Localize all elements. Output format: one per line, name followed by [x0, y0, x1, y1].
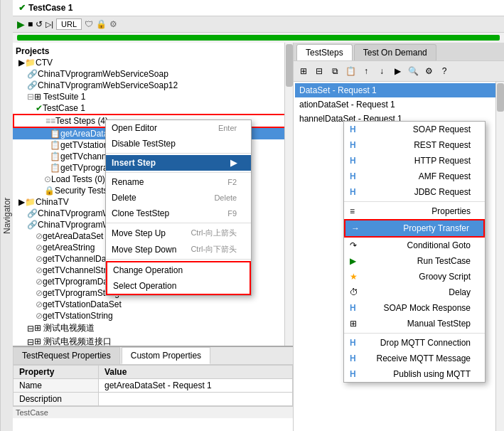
insert-step-label: Insert Step [112, 158, 156, 168]
menu-insert-step[interactable]: Insert Step ▶ [106, 155, 251, 171]
rename-shortcut: F2 [227, 178, 237, 186]
right-scrollbar[interactable] [495, 82, 504, 431]
submenu-conditional-goto[interactable]: ↷ Conditional Goto [344, 238, 485, 253]
tab-testondemand[interactable]: Test On Demand [354, 44, 436, 60]
menu-move-up[interactable]: Move Step Up Ctrl-向上箭头 [106, 225, 251, 241]
testcase1-label: TestCase 1 [43, 103, 85, 113]
soap-mock-icon: H [350, 303, 356, 313]
folder-expand-icon: ▶ [18, 58, 25, 68]
submenu-properties[interactable]: ≡ Properties [344, 203, 485, 219]
delay-icon: ⏱ [350, 287, 358, 297]
loadtests-icon: ⊙ [44, 174, 51, 184]
receive-mqtt-icon: H [350, 353, 356, 363]
tree-scrollbar[interactable] [284, 43, 293, 346]
copy-step-btn[interactable]: ⧉ [328, 64, 342, 78]
navigator-label: Navigator [2, 197, 12, 233]
tab-test-request-props[interactable]: TestRequest Properties [13, 347, 120, 364]
select-op-label: Select Operation [113, 281, 176, 291]
ctv-label: CTV [36, 58, 53, 68]
loadtests-label: Load Tests (0) [51, 174, 105, 184]
tree-item-soap1[interactable]: 🔗 ChinaTVprogramWebServiceSoap [13, 68, 293, 80]
menu-select-op[interactable]: Select Operation [107, 278, 250, 294]
publish-mqtt-icon: H [350, 369, 356, 379]
testcase1-check-icon: ✔ [36, 103, 43, 113]
method4-icon: ⊘ [36, 265, 43, 275]
drop-mqtt-label: Drop MQTT Connection [380, 338, 471, 348]
menu-sep1 [106, 153, 251, 154]
add-step-btn[interactable]: ⊞ [296, 64, 311, 78]
submenu-property-transfer[interactable]: → Property Transfer [344, 219, 485, 238]
remove-step-btn[interactable]: ⊟ [312, 64, 326, 78]
tree-item-soap2[interactable]: 🔗 ChinaTVprogramWebServiceSoap12 [13, 80, 293, 91]
help-btn[interactable]: ? [437, 64, 451, 78]
tree-item-suite1[interactable]: ⊟ ⊞ TestSuite 1 [13, 91, 293, 102]
refresh-btn[interactable]: ↺ [36, 19, 43, 29]
submenu-manual-teststep[interactable]: ⊞ Manual TestStep [344, 316, 485, 331]
submenu-http-request[interactable]: H HTTP Request [344, 153, 485, 169]
req1-label: DataSet - Request 1 [299, 85, 377, 95]
testcase-title-bar: ✔ TestCase 1 [13, 0, 504, 16]
tree-scrollbar-thumb[interactable] [286, 44, 293, 87]
tree-item-chsuite1[interactable]: ⊟ ⊞ 测试电视频道 [13, 321, 293, 335]
tree-item-chsuite2[interactable]: ⊟ ⊞ 测试电视频道接口 [13, 335, 293, 346]
submenu-delay[interactable]: ⏱ Delay [344, 284, 485, 300]
move-up-btn[interactable]: ↑ [359, 64, 373, 78]
submenu-run-testcase[interactable]: ▶ Run TestCase [344, 253, 485, 269]
ctv-icon: 📁 [25, 58, 36, 68]
stop-btn[interactable]: ■ [28, 19, 33, 29]
submenu-soap-mock[interactable]: H SOAP Mock Response [344, 300, 485, 316]
menu-sep2 [106, 172, 251, 173]
menu-clone[interactable]: Clone TestStep F9 [106, 206, 251, 221]
submenu[interactable]: H SOAP Request H REST Request H HTTP Req… [343, 121, 486, 383]
play-btn[interactable]: ▶ [17, 18, 25, 30]
chinatvsoap1-icon: 🔗 [27, 208, 38, 218]
teststeps-icon: ≡≡ [45, 116, 55, 126]
menu-delete[interactable]: Delete Delete [106, 190, 251, 206]
table-row: Name getAreaDataSet - Request 1 [14, 379, 293, 393]
url-label: URL [56, 18, 82, 30]
disable-label: Disable TestStep [112, 139, 176, 149]
gear-icon[interactable]: ⚙ [109, 19, 117, 29]
request-item-1[interactable]: DataSet - Request 1 [295, 83, 503, 97]
tree-item-gettvstationdata[interactable]: ⊘ getTVstationDataSet [13, 299, 293, 310]
properties-table: Property Value Name getAreaDataSet - Req… [13, 365, 293, 406]
col-value: Value [99, 366, 293, 379]
submenu-receive-mqtt[interactable]: H Receive MQTT Message [344, 351, 485, 366]
menu-disable[interactable]: Disable TestStep [106, 136, 251, 151]
settings-btn[interactable]: ⚙ [422, 64, 436, 78]
request-item-2[interactable]: ationDataSet - Request 1 [295, 97, 503, 112]
submenu-publish-mqtt[interactable]: H Publish using MQTT [344, 366, 485, 382]
move-up-shortcut: Ctrl-向上箭头 [191, 228, 237, 238]
tab-teststeps[interactable]: TestSteps [296, 44, 353, 60]
context-menu[interactable]: Open Editor Enter Disable TestStep Inser… [105, 119, 252, 296]
menu-change-op[interactable]: Change Operation [107, 262, 250, 278]
method1-icon: ⊘ [36, 231, 43, 241]
tree-item-gettvstationstr[interactable]: ⊘ getTVstationString [13, 310, 293, 321]
menu-open-editor[interactable]: Open Editor Enter [106, 120, 251, 136]
properties-icon: ≡ [350, 206, 355, 216]
run-step-btn[interactable]: ▶ [390, 64, 404, 78]
menu-rename[interactable]: Rename F2 [106, 174, 251, 190]
submenu-groovy-script[interactable]: ★ Groovy Script [344, 269, 485, 284]
right-toolbar: ⊞ ⊟ ⧉ 📋 ↑ ↓ ▶ 🔍 ⚙ ? [294, 61, 504, 82]
projects-root[interactable]: Projects [13, 46, 293, 57]
filter-btn[interactable]: 🔍 [406, 64, 420, 78]
main-content: ✔ TestCase 1 ▶ ■ ↺ ▷| URL 🛡 🔒 ⚙ Projects [13, 0, 504, 431]
tree-item-testcase1[interactable]: ✔ TestCase 1 [13, 102, 293, 114]
submenu-soap-request[interactable]: H SOAP Request [344, 122, 485, 137]
conditional-goto-label: Conditional Goto [407, 240, 471, 250]
tab-custom-props[interactable]: Custom Properties [122, 347, 210, 364]
rest-request-label: REST Request [414, 140, 471, 150]
paste-step-btn[interactable]: 📋 [343, 64, 358, 78]
gettvchannel-icon: 📋 [50, 151, 60, 161]
submenu-jdbc-request[interactable]: H JDBC Request [344, 184, 485, 200]
submenu-rest-request[interactable]: H REST Request [344, 137, 485, 153]
debug-btn[interactable]: ▷| [45, 20, 53, 29]
bottom-panel: TestRequest Properties Custom Properties… [13, 346, 293, 431]
menu-move-down[interactable]: Move Step Down Ctrl-向下箭头 [106, 241, 251, 257]
submenu-drop-mqtt[interactable]: H Drop MQTT Connection [344, 335, 485, 351]
right-scrollbar-thumb[interactable] [497, 83, 504, 112]
tree-item-ctv[interactable]: ▶ 📁 CTV [13, 57, 293, 68]
move-down-btn[interactable]: ↓ [375, 64, 389, 78]
submenu-amf-request[interactable]: H AMF Request [344, 169, 485, 184]
